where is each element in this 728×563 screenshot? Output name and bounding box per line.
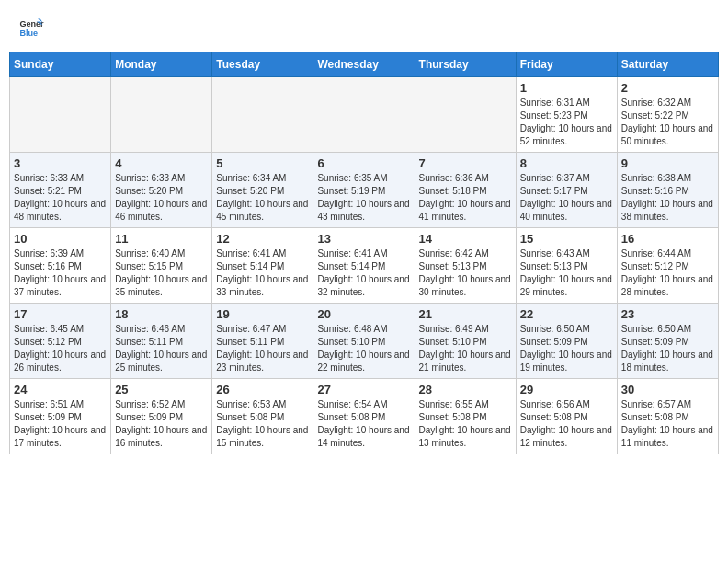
day-info: Sunrise: 6:48 AM Sunset: 5:10 PM Dayligh… xyxy=(317,323,410,374)
day-info: Sunrise: 6:34 AM Sunset: 5:20 PM Dayligh… xyxy=(216,172,309,224)
day-info: Sunrise: 6:54 AM Sunset: 5:08 PM Dayligh… xyxy=(317,398,410,450)
day-info: Sunrise: 6:33 AM Sunset: 5:21 PM Dayligh… xyxy=(14,172,107,224)
day-info: Sunrise: 6:45 AM Sunset: 5:12 PM Dayligh… xyxy=(14,323,107,374)
day-info: Sunrise: 6:55 AM Sunset: 5:08 PM Dayligh… xyxy=(419,398,512,450)
calendar-cell: 18Sunrise: 6:46 AM Sunset: 5:11 PM Dayli… xyxy=(111,304,212,379)
day-number: 19 xyxy=(216,307,309,321)
calendar-week-row: 24Sunrise: 6:51 AM Sunset: 5:09 PM Dayli… xyxy=(10,379,719,454)
day-number: 30 xyxy=(621,383,714,396)
calendar-cell xyxy=(10,77,111,153)
day-number: 15 xyxy=(520,232,613,246)
day-number: 6 xyxy=(317,156,410,170)
calendar-cell: 21Sunrise: 6:49 AM Sunset: 5:10 PM Dayli… xyxy=(415,304,516,379)
calendar-cell: 22Sunrise: 6:50 AM Sunset: 5:09 PM Dayli… xyxy=(516,304,617,379)
day-info: Sunrise: 6:50 AM Sunset: 5:09 PM Dayligh… xyxy=(520,323,613,374)
calendar-cell: 10Sunrise: 6:39 AM Sunset: 5:16 PM Dayli… xyxy=(10,228,111,304)
day-info: Sunrise: 6:33 AM Sunset: 5:20 PM Dayligh… xyxy=(115,172,208,224)
calendar-cell: 4Sunrise: 6:33 AM Sunset: 5:20 PM Daylig… xyxy=(111,153,212,228)
calendar-cell xyxy=(313,77,415,153)
day-number: 7 xyxy=(419,156,512,170)
calendar-cell: 1Sunrise: 6:31 AM Sunset: 5:23 PM Daylig… xyxy=(516,77,617,153)
day-number: 9 xyxy=(621,156,714,170)
day-number: 28 xyxy=(419,383,512,396)
weekday-header-tuesday: Tuesday xyxy=(212,52,313,77)
day-info: Sunrise: 6:40 AM Sunset: 5:15 PM Dayligh… xyxy=(115,247,208,299)
day-info: Sunrise: 6:41 AM Sunset: 5:14 PM Dayligh… xyxy=(317,247,410,299)
day-number: 22 xyxy=(520,307,613,321)
day-number: 24 xyxy=(14,383,107,396)
day-info: Sunrise: 6:36 AM Sunset: 5:18 PM Dayligh… xyxy=(419,172,512,224)
calendar-cell: 13Sunrise: 6:41 AM Sunset: 5:14 PM Dayli… xyxy=(313,228,415,304)
calendar-week-row: 17Sunrise: 6:45 AM Sunset: 5:12 PM Dayli… xyxy=(10,304,719,379)
logo: General Blue xyxy=(18,14,44,40)
calendar-cell: 6Sunrise: 6:35 AM Sunset: 5:19 PM Daylig… xyxy=(313,153,415,228)
day-number: 16 xyxy=(621,232,714,246)
calendar-cell: 27Sunrise: 6:54 AM Sunset: 5:08 PM Dayli… xyxy=(313,379,415,454)
day-info: Sunrise: 6:44 AM Sunset: 5:12 PM Dayligh… xyxy=(621,247,714,299)
day-number: 17 xyxy=(14,307,107,321)
weekday-header-wednesday: Wednesday xyxy=(313,52,415,77)
day-number: 3 xyxy=(14,156,107,170)
calendar-cell xyxy=(212,77,313,153)
calendar-cell: 8Sunrise: 6:37 AM Sunset: 5:17 PM Daylig… xyxy=(516,153,617,228)
day-info: Sunrise: 6:47 AM Sunset: 5:11 PM Dayligh… xyxy=(216,323,309,374)
weekday-header-monday: Monday xyxy=(111,52,212,77)
day-number: 10 xyxy=(14,232,107,246)
day-info: Sunrise: 6:31 AM Sunset: 5:23 PM Dayligh… xyxy=(520,97,613,148)
day-number: 23 xyxy=(621,307,714,321)
day-number: 13 xyxy=(317,232,410,246)
day-number: 20 xyxy=(317,307,410,321)
logo-icon: General Blue xyxy=(18,14,44,40)
day-number: 14 xyxy=(419,232,512,246)
weekday-header-friday: Friday xyxy=(516,52,617,77)
day-number: 1 xyxy=(520,81,613,95)
page-header: General Blue xyxy=(9,9,719,44)
calendar-cell: 7Sunrise: 6:36 AM Sunset: 5:18 PM Daylig… xyxy=(415,153,516,228)
day-number: 27 xyxy=(317,383,410,396)
calendar-cell: 9Sunrise: 6:38 AM Sunset: 5:16 PM Daylig… xyxy=(617,153,718,228)
day-number: 21 xyxy=(419,307,512,321)
calendar-cell: 15Sunrise: 6:43 AM Sunset: 5:13 PM Dayli… xyxy=(516,228,617,304)
day-number: 4 xyxy=(115,156,208,170)
day-info: Sunrise: 6:38 AM Sunset: 5:16 PM Dayligh… xyxy=(621,172,714,224)
day-info: Sunrise: 6:42 AM Sunset: 5:13 PM Dayligh… xyxy=(419,247,512,299)
calendar-cell: 28Sunrise: 6:55 AM Sunset: 5:08 PM Dayli… xyxy=(415,379,516,454)
day-number: 2 xyxy=(621,81,714,95)
day-info: Sunrise: 6:39 AM Sunset: 5:16 PM Dayligh… xyxy=(14,247,107,299)
calendar-cell xyxy=(415,77,516,153)
calendar-week-row: 3Sunrise: 6:33 AM Sunset: 5:21 PM Daylig… xyxy=(10,153,719,228)
day-info: Sunrise: 6:57 AM Sunset: 5:08 PM Dayligh… xyxy=(621,398,714,450)
calendar-cell: 17Sunrise: 6:45 AM Sunset: 5:12 PM Dayli… xyxy=(10,304,111,379)
day-number: 11 xyxy=(115,232,208,246)
calendar-cell: 30Sunrise: 6:57 AM Sunset: 5:08 PM Dayli… xyxy=(617,379,718,454)
day-info: Sunrise: 6:35 AM Sunset: 5:19 PM Dayligh… xyxy=(317,172,410,224)
calendar-cell: 20Sunrise: 6:48 AM Sunset: 5:10 PM Dayli… xyxy=(313,304,415,379)
day-number: 26 xyxy=(216,383,309,396)
day-info: Sunrise: 6:53 AM Sunset: 5:08 PM Dayligh… xyxy=(216,398,309,450)
day-number: 12 xyxy=(216,232,309,246)
calendar-cell: 2Sunrise: 6:32 AM Sunset: 5:22 PM Daylig… xyxy=(617,77,718,153)
day-info: Sunrise: 6:41 AM Sunset: 5:14 PM Dayligh… xyxy=(216,247,309,299)
day-number: 25 xyxy=(115,383,208,396)
weekday-header-saturday: Saturday xyxy=(617,52,718,77)
calendar-week-row: 10Sunrise: 6:39 AM Sunset: 5:16 PM Dayli… xyxy=(10,228,719,304)
calendar-cell: 25Sunrise: 6:52 AM Sunset: 5:09 PM Dayli… xyxy=(111,379,212,454)
day-info: Sunrise: 6:43 AM Sunset: 5:13 PM Dayligh… xyxy=(520,247,613,299)
calendar-cell xyxy=(111,77,212,153)
calendar-cell: 29Sunrise: 6:56 AM Sunset: 5:08 PM Dayli… xyxy=(516,379,617,454)
day-info: Sunrise: 6:32 AM Sunset: 5:22 PM Dayligh… xyxy=(621,97,714,148)
weekday-header-row: SundayMondayTuesdayWednesdayThursdayFrid… xyxy=(10,52,719,77)
day-number: 29 xyxy=(520,383,613,396)
day-info: Sunrise: 6:51 AM Sunset: 5:09 PM Dayligh… xyxy=(14,398,107,450)
calendar-cell: 24Sunrise: 6:51 AM Sunset: 5:09 PM Dayli… xyxy=(10,379,111,454)
calendar-cell: 11Sunrise: 6:40 AM Sunset: 5:15 PM Dayli… xyxy=(111,228,212,304)
day-info: Sunrise: 6:46 AM Sunset: 5:11 PM Dayligh… xyxy=(115,323,208,374)
calendar-cell: 19Sunrise: 6:47 AM Sunset: 5:11 PM Dayli… xyxy=(212,304,313,379)
svg-text:Blue: Blue xyxy=(19,29,38,38)
calendar-cell: 16Sunrise: 6:44 AM Sunset: 5:12 PM Dayli… xyxy=(617,228,718,304)
calendar-cell: 12Sunrise: 6:41 AM Sunset: 5:14 PM Dayli… xyxy=(212,228,313,304)
weekday-header-sunday: Sunday xyxy=(10,52,111,77)
weekday-header-thursday: Thursday xyxy=(415,52,516,77)
day-info: Sunrise: 6:52 AM Sunset: 5:09 PM Dayligh… xyxy=(115,398,208,450)
day-info: Sunrise: 6:56 AM Sunset: 5:08 PM Dayligh… xyxy=(520,398,613,450)
